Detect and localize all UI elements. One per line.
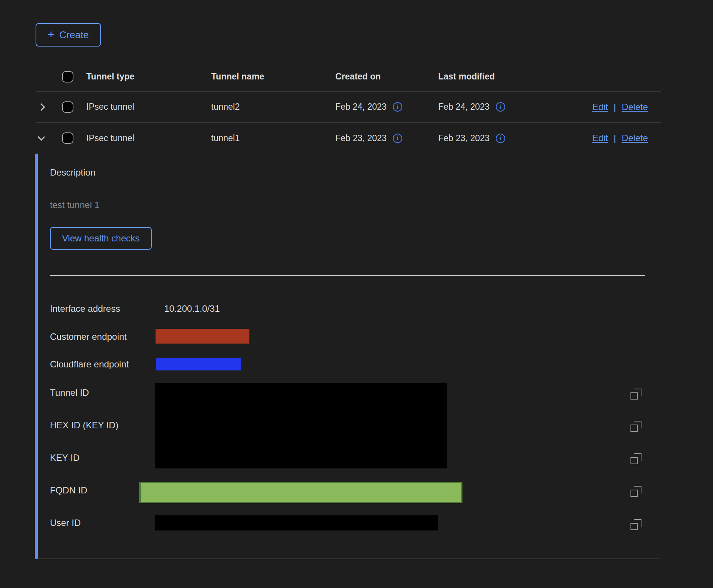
info-icon[interactable] bbox=[393, 134, 402, 143]
create-button-label: Create bbox=[59, 29, 89, 41]
customer-endpoint-label: Customer endpoint bbox=[50, 331, 127, 342]
edit-link[interactable]: Edit bbox=[592, 102, 608, 112]
interface-address-label: Interface address bbox=[50, 303, 120, 314]
copy-icon[interactable] bbox=[630, 486, 642, 497]
fqdn-id-redaction bbox=[139, 482, 462, 503]
copy-icon[interactable] bbox=[630, 389, 642, 400]
info-icon[interactable] bbox=[496, 134, 505, 143]
hex-id-label: HEX ID (KEY ID) bbox=[50, 420, 118, 431]
header-tunnel-type: Tunnel type bbox=[86, 72, 211, 82]
user-id-redaction bbox=[155, 515, 438, 530]
chevron-down-icon[interactable] bbox=[37, 133, 45, 141]
created-on-cell: Feb 23, 2023 bbox=[335, 133, 387, 143]
tunnel-detail-panel: Description test tunnel 1 View health ch… bbox=[35, 154, 661, 559]
tunnel-type-cell: IPsec tunnel bbox=[86, 133, 211, 143]
delete-link[interactable]: Delete bbox=[622, 133, 648, 143]
section-divider bbox=[50, 275, 645, 276]
copy-icon[interactable] bbox=[630, 421, 642, 432]
header-last-modified: Last modified bbox=[438, 72, 541, 82]
last-modified-cell: Feb 24, 2023 bbox=[438, 102, 490, 112]
info-icon[interactable] bbox=[393, 102, 402, 112]
table-header-row: Tunnel type Tunnel name Created on Last … bbox=[36, 62, 661, 92]
table-row: IPsec tunnel tunnel2 Feb 24, 2023 Feb 24… bbox=[36, 92, 661, 123]
copy-icon[interactable] bbox=[630, 519, 642, 530]
plus-icon: + bbox=[48, 29, 54, 40]
info-icon[interactable] bbox=[496, 102, 505, 112]
fqdn-id-label: FQDN ID bbox=[50, 485, 87, 496]
view-health-checks-label: View health checks bbox=[62, 233, 140, 244]
action-separator: | bbox=[613, 133, 616, 143]
table-row-expanded: IPsec tunnel tunnel1 Feb 23, 2023 Feb 23… bbox=[36, 123, 661, 154]
cloudflare-endpoint-redaction bbox=[156, 358, 241, 370]
user-id-label: User ID bbox=[50, 518, 81, 528]
chevron-right-icon[interactable] bbox=[37, 103, 45, 111]
action-separator: | bbox=[613, 102, 616, 112]
key-id-label: KEY ID bbox=[50, 453, 79, 463]
last-modified-cell: Feb 23, 2023 bbox=[438, 133, 490, 143]
description-label: Description bbox=[50, 167, 95, 178]
cloudflare-endpoint-label: Cloudflare endpoint bbox=[50, 359, 129, 370]
edit-link[interactable]: Edit bbox=[592, 133, 608, 143]
customer-endpoint-redaction bbox=[156, 329, 249, 344]
tunnel-type-cell: IPsec tunnel bbox=[86, 102, 211, 112]
create-button[interactable]: + Create bbox=[36, 23, 101, 47]
created-on-cell: Feb 24, 2023 bbox=[335, 102, 387, 112]
view-health-checks-button[interactable]: View health checks bbox=[50, 227, 152, 250]
delete-link[interactable]: Delete bbox=[622, 102, 648, 112]
row-checkbox[interactable] bbox=[62, 132, 73, 144]
tunnel-id-label: Tunnel ID bbox=[50, 387, 89, 398]
header-tunnel-name: Tunnel name bbox=[211, 72, 335, 82]
select-all-checkbox[interactable] bbox=[62, 71, 73, 82]
tunnels-table: Tunnel type Tunnel name Created on Last … bbox=[36, 62, 661, 154]
tunnel-name-cell: tunnel2 bbox=[211, 102, 335, 112]
ids-redaction bbox=[155, 383, 447, 468]
interface-address-value: 10.200.1.0/31 bbox=[164, 303, 220, 314]
header-created-on: Created on bbox=[335, 72, 438, 82]
description-value: test tunnel 1 bbox=[50, 200, 100, 210]
tunnel-name-cell: tunnel1 bbox=[211, 133, 335, 143]
copy-icon[interactable] bbox=[630, 453, 642, 465]
row-checkbox[interactable] bbox=[62, 101, 73, 113]
